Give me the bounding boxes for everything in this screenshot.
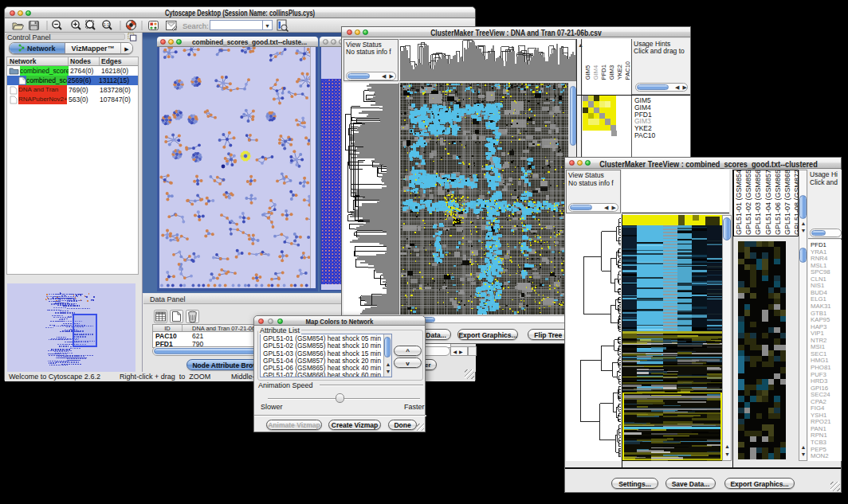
svg-text:1:1: 1:1 [104,22,110,27]
svg-text:Search:: Search: [183,21,209,30]
